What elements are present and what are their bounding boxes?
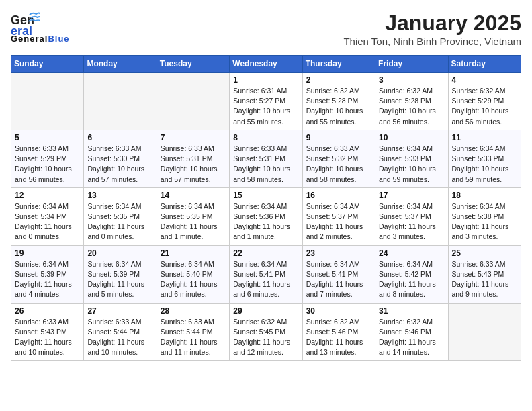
day-info: Sunrise: 6:33 AM Sunset: 5:29 PM Dayligh… (15, 144, 80, 185)
day-number: 9 (306, 133, 371, 142)
calendar-cell: 31Sunrise: 6:32 AM Sunset: 5:46 PM Dayli… (375, 303, 448, 361)
day-info: Sunrise: 6:33 AM Sunset: 5:32 PM Dayligh… (306, 144, 371, 185)
day-number: 3 (379, 75, 444, 85)
calendar-cell: 25Sunrise: 6:33 AM Sunset: 5:43 PM Dayli… (448, 245, 521, 303)
day-info: Sunrise: 6:34 AM Sunset: 5:39 PM Dayligh… (87, 259, 152, 300)
day-number: 29 (233, 306, 298, 316)
calendar-cell: 17Sunrise: 6:34 AM Sunset: 5:37 PM Dayli… (375, 187, 448, 245)
day-number: 30 (306, 306, 371, 316)
day-number: 6 (87, 133, 152, 142)
calendar-cell: 12Sunrise: 6:34 AM Sunset: 5:34 PM Dayli… (11, 187, 84, 245)
day-info: Sunrise: 6:34 AM Sunset: 5:35 PM Dayligh… (87, 201, 152, 242)
day-info: Sunrise: 6:34 AM Sunset: 5:35 PM Dayligh… (161, 201, 226, 242)
calendar-cell: 26Sunrise: 6:33 AM Sunset: 5:43 PM Dayli… (11, 303, 84, 361)
calendar-cell: 4Sunrise: 6:32 AM Sunset: 5:29 PM Daylig… (448, 73, 521, 130)
day-info: Sunrise: 6:34 AM Sunset: 5:42 PM Dayligh… (379, 259, 444, 300)
calendar-header-row: SundayMondayTuesdayWednesdayThursdayFrid… (11, 56, 521, 73)
day-header-monday: Monday (84, 56, 157, 73)
day-number: 10 (379, 133, 444, 142)
day-info: Sunrise: 6:33 AM Sunset: 5:30 PM Dayligh… (87, 144, 152, 185)
day-number: 18 (452, 191, 517, 200)
calendar-cell: 15Sunrise: 6:34 AM Sunset: 5:36 PM Dayli… (230, 187, 302, 245)
day-header-friday: Friday (375, 56, 448, 73)
day-number: 20 (87, 248, 152, 258)
calendar-cell: 2Sunrise: 6:32 AM Sunset: 5:28 PM Daylig… (302, 73, 375, 130)
calendar-week-3: 12Sunrise: 6:34 AM Sunset: 5:34 PM Dayli… (11, 187, 521, 245)
day-info: Sunrise: 6:32 AM Sunset: 5:28 PM Dayligh… (379, 86, 444, 127)
svg-text:eral: eral (11, 24, 32, 36)
calendar-cell: 18Sunrise: 6:34 AM Sunset: 5:38 PM Dayli… (448, 187, 521, 245)
day-header-wednesday: Wednesday (230, 56, 302, 73)
day-info: Sunrise: 6:34 AM Sunset: 5:36 PM Dayligh… (233, 201, 298, 242)
day-number: 24 (379, 248, 444, 258)
day-number: 26 (15, 306, 80, 316)
calendar-cell: 7Sunrise: 6:33 AM Sunset: 5:31 PM Daylig… (157, 130, 229, 187)
day-info: Sunrise: 6:31 AM Sunset: 5:27 PM Dayligh… (233, 86, 298, 127)
day-info: Sunrise: 6:32 AM Sunset: 5:46 PM Dayligh… (379, 317, 444, 358)
day-number: 11 (452, 133, 517, 142)
day-number: 1 (233, 75, 298, 85)
logo-icon: Gen eral (11, 11, 40, 36)
calendar-cell: 5Sunrise: 6:33 AM Sunset: 5:29 PM Daylig… (11, 130, 84, 187)
day-info: Sunrise: 6:33 AM Sunset: 5:43 PM Dayligh… (452, 259, 517, 300)
day-number: 2 (306, 75, 371, 85)
day-info: Sunrise: 6:33 AM Sunset: 5:44 PM Dayligh… (161, 317, 226, 358)
day-info: Sunrise: 6:34 AM Sunset: 5:33 PM Dayligh… (452, 144, 517, 185)
day-number: 4 (452, 75, 517, 85)
calendar-cell: 1Sunrise: 6:31 AM Sunset: 5:27 PM Daylig… (230, 73, 302, 130)
day-number: 17 (379, 191, 444, 200)
calendar-cell (157, 73, 229, 130)
calendar-cell: 13Sunrise: 6:34 AM Sunset: 5:35 PM Dayli… (84, 187, 157, 245)
day-info: Sunrise: 6:34 AM Sunset: 5:34 PM Dayligh… (15, 201, 80, 242)
calendar-cell: 27Sunrise: 6:33 AM Sunset: 5:44 PM Dayli… (84, 303, 157, 361)
day-info: Sunrise: 6:34 AM Sunset: 5:37 PM Dayligh… (306, 201, 371, 242)
day-info: Sunrise: 6:34 AM Sunset: 5:41 PM Dayligh… (306, 259, 371, 300)
calendar-cell: 11Sunrise: 6:34 AM Sunset: 5:33 PM Dayli… (448, 130, 521, 187)
calendar-cell: 6Sunrise: 6:33 AM Sunset: 5:30 PM Daylig… (84, 130, 157, 187)
day-info: Sunrise: 6:34 AM Sunset: 5:40 PM Dayligh… (161, 259, 226, 300)
day-number: 15 (233, 191, 298, 200)
day-info: Sunrise: 6:33 AM Sunset: 5:31 PM Dayligh… (233, 144, 298, 185)
calendar-cell: 24Sunrise: 6:34 AM Sunset: 5:42 PM Dayli… (375, 245, 448, 303)
calendar-cell: 21Sunrise: 6:34 AM Sunset: 5:40 PM Dayli… (157, 245, 229, 303)
day-info: Sunrise: 6:33 AM Sunset: 5:44 PM Dayligh… (87, 317, 152, 358)
day-header-thursday: Thursday (302, 56, 375, 73)
day-number: 21 (161, 248, 226, 258)
calendar-cell (448, 303, 521, 361)
calendar-week-1: 1Sunrise: 6:31 AM Sunset: 5:27 PM Daylig… (11, 73, 521, 130)
logo: Gen eral GeneralBlue (11, 11, 70, 44)
day-header-sunday: Sunday (11, 56, 84, 73)
calendar-cell (84, 73, 157, 130)
calendar-cell: 20Sunrise: 6:34 AM Sunset: 5:39 PM Dayli… (84, 245, 157, 303)
calendar-cell: 30Sunrise: 6:32 AM Sunset: 5:46 PM Dayli… (302, 303, 375, 361)
page-header: Gen eral GeneralBlue January 2025 Thien … (11, 11, 521, 47)
day-header-tuesday: Tuesday (157, 56, 229, 73)
calendar-table: SundayMondayTuesdayWednesdayThursdayFrid… (11, 55, 521, 361)
day-number: 22 (233, 248, 298, 258)
day-number: 19 (15, 248, 80, 258)
day-number: 12 (15, 191, 80, 200)
calendar-cell (11, 73, 84, 130)
title-block: January 2025 Thien Ton, Ninh Binh Provin… (343, 11, 521, 47)
calendar-cell: 23Sunrise: 6:34 AM Sunset: 5:41 PM Dayli… (302, 245, 375, 303)
day-info: Sunrise: 6:34 AM Sunset: 5:33 PM Dayligh… (379, 144, 444, 185)
day-number: 16 (306, 191, 371, 200)
day-number: 7 (161, 133, 226, 142)
day-number: 31 (379, 306, 444, 316)
day-info: Sunrise: 6:32 AM Sunset: 5:28 PM Dayligh… (306, 86, 371, 127)
day-number: 23 (306, 248, 371, 258)
day-header-saturday: Saturday (448, 56, 521, 73)
day-number: 14 (161, 191, 226, 200)
day-info: Sunrise: 6:34 AM Sunset: 5:39 PM Dayligh… (15, 259, 80, 300)
calendar-cell: 19Sunrise: 6:34 AM Sunset: 5:39 PM Dayli… (11, 245, 84, 303)
calendar-week-2: 5Sunrise: 6:33 AM Sunset: 5:29 PM Daylig… (11, 130, 521, 187)
day-number: 28 (161, 306, 226, 316)
calendar-cell: 14Sunrise: 6:34 AM Sunset: 5:35 PM Dayli… (157, 187, 229, 245)
day-info: Sunrise: 6:34 AM Sunset: 5:38 PM Dayligh… (452, 201, 517, 242)
calendar-title: January 2025 (343, 11, 521, 36)
day-info: Sunrise: 6:34 AM Sunset: 5:37 PM Dayligh… (379, 201, 444, 242)
calendar-cell: 22Sunrise: 6:34 AM Sunset: 5:41 PM Dayli… (230, 245, 302, 303)
calendar-week-5: 26Sunrise: 6:33 AM Sunset: 5:43 PM Dayli… (11, 303, 521, 361)
day-number: 27 (87, 306, 152, 316)
day-info: Sunrise: 6:32 AM Sunset: 5:46 PM Dayligh… (306, 317, 371, 358)
